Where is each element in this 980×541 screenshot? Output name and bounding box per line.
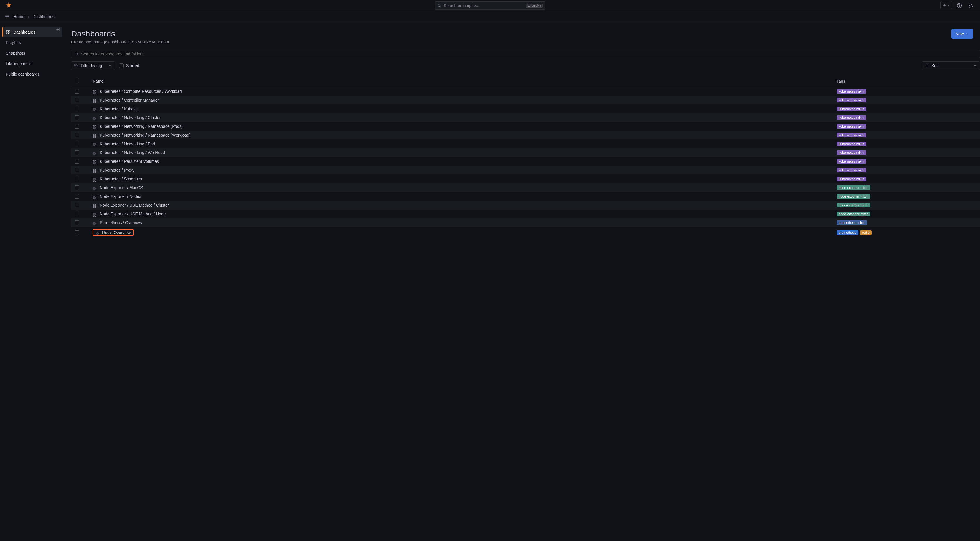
dashboard-link[interactable]: Kubernetes / Kubelet <box>100 107 138 111</box>
dashboard-icon <box>93 203 97 207</box>
new-button[interactable]: New <box>951 29 973 38</box>
sort-icon <box>925 63 929 68</box>
starred-checkbox[interactable] <box>119 63 124 68</box>
row-checkbox[interactable] <box>75 185 79 190</box>
tag-badge[interactable]: kubernetes-mixin <box>837 107 866 111</box>
table-row: Kubernetes / Proxykubernetes-mixin <box>71 166 980 174</box>
grafana-logo-icon[interactable] <box>5 2 13 10</box>
svg-point-20 <box>75 65 76 65</box>
svg-rect-56 <box>93 163 94 164</box>
sidebar-item-dashboards[interactable]: Dashboards <box>2 27 62 37</box>
dashboard-icon <box>93 212 97 216</box>
row-checkbox[interactable] <box>75 168 79 172</box>
tag-badge[interactable]: kubernetes-mixin <box>837 133 866 137</box>
menu-toggle-icon[interactable] <box>5 14 10 19</box>
dashboard-link[interactable]: Kubernetes / Proxy <box>100 168 134 172</box>
dashboard-search[interactable] <box>71 49 980 58</box>
sort-select[interactable]: Sort <box>922 61 980 70</box>
svg-rect-27 <box>95 101 96 102</box>
dashboard-link[interactable]: Kubernetes / Compute Resources / Workloa… <box>100 89 181 94</box>
svg-rect-37 <box>93 126 94 127</box>
row-checkbox[interactable] <box>75 107 79 111</box>
tag-badge[interactable]: kubernetes-mixin <box>837 150 866 155</box>
svg-rect-58 <box>95 169 96 171</box>
svg-rect-26 <box>95 99 96 101</box>
tag-badge[interactable]: redis <box>860 230 872 235</box>
sidebar-item-public-dashboards[interactable]: Public dashboards <box>2 69 62 79</box>
row-checkbox[interactable] <box>75 115 79 120</box>
news-icon[interactable] <box>967 1 975 10</box>
breadcrumb-home[interactable]: Home <box>13 14 24 19</box>
svg-line-2 <box>440 6 441 7</box>
sidebar-item-label: Public dashboards <box>6 72 39 77</box>
dashboard-link[interactable]: Prometheus / Overview <box>100 220 142 225</box>
tag-badge[interactable]: node-exporter-mixin <box>837 185 870 190</box>
tag-badge[interactable]: kubernetes-mixin <box>837 98 866 102</box>
dashboard-link[interactable]: Kubernetes / Networking / Workload <box>100 150 165 155</box>
starred-filter[interactable]: Starred <box>119 63 139 68</box>
table-row: Node Exporter / MacOSnode-exporter-mixin <box>71 183 980 192</box>
add-menu-button[interactable] <box>940 1 952 10</box>
select-all-checkbox[interactable] <box>75 78 79 83</box>
sidebar-item-snapshots[interactable]: Snapshots <box>2 48 62 58</box>
svg-point-18 <box>75 53 78 55</box>
tag-badge[interactable]: prometheus-mixin <box>837 220 867 225</box>
tag-badge[interactable]: kubernetes-mixin <box>837 177 866 181</box>
search-icon <box>437 3 441 8</box>
row-checkbox[interactable] <box>75 142 79 146</box>
dashboard-link[interactable]: Kubernetes / Persistent Volumes <box>100 159 159 164</box>
row-checkbox[interactable] <box>75 230 79 235</box>
tag-badge[interactable]: prometheus <box>837 230 858 235</box>
dashboard-link[interactable]: Node Exporter / USE Method / Node <box>100 212 165 216</box>
svg-rect-30 <box>95 108 96 109</box>
svg-rect-73 <box>93 204 94 206</box>
sidebar-collapse-icon[interactable] <box>56 27 60 32</box>
row-checkbox[interactable] <box>75 124 79 129</box>
column-header-tags[interactable]: Tags <box>837 79 977 83</box>
row-checkbox[interactable] <box>75 89 79 94</box>
column-header-name[interactable]: Name <box>84 79 837 83</box>
dashboard-icon <box>6 30 11 34</box>
filter-by-tag-select[interactable]: Filter by tag <box>71 61 115 70</box>
sidebar-item-playlists[interactable]: Playlists <box>2 37 62 48</box>
tag-badge[interactable]: node-exporter-mixin <box>837 212 870 216</box>
global-search[interactable]: Search or jump to... cmd+k <box>434 2 546 10</box>
row-checkbox[interactable] <box>75 159 79 164</box>
dashboard-link[interactable]: Node Exporter / MacOS <box>100 185 143 190</box>
dashboard-search-input[interactable] <box>81 52 977 56</box>
svg-rect-60 <box>93 171 94 172</box>
svg-rect-68 <box>93 189 94 190</box>
tag-badge[interactable]: kubernetes-mixin <box>837 124 866 129</box>
row-checkbox[interactable] <box>75 98 79 102</box>
row-checkbox[interactable] <box>75 220 79 225</box>
dashboard-link[interactable]: Kubernetes / Controller Manager <box>100 98 159 102</box>
tag-badge[interactable]: kubernetes-mixin <box>837 89 866 94</box>
row-checkbox[interactable] <box>75 177 79 181</box>
svg-rect-79 <box>95 215 96 216</box>
tag-badge[interactable]: node-exporter-mixin <box>837 194 870 199</box>
dashboard-link[interactable]: Node Exporter / Nodes <box>100 194 141 199</box>
dashboard-link[interactable]: Kubernetes / Networking / Pod <box>100 142 155 146</box>
row-checkbox[interactable] <box>75 133 79 137</box>
global-search-placeholder: Search or jump to... <box>444 3 479 8</box>
tag-badge[interactable]: kubernetes-mixin <box>837 115 866 120</box>
row-checkbox[interactable] <box>75 212 79 216</box>
tag-badge[interactable]: node-exporter-mixin <box>837 203 870 207</box>
svg-rect-74 <box>95 204 96 206</box>
row-checkbox[interactable] <box>75 194 79 199</box>
dashboard-link[interactable]: Kubernetes / Networking / Cluster <box>100 115 161 120</box>
sidebar-item-library-panels[interactable]: Library panels <box>2 58 62 69</box>
dashboard-link[interactable]: Kubernetes / Networking / Namespace (Pod… <box>100 124 183 129</box>
dashboard-link[interactable]: Kubernetes / Networking / Namespace (Wor… <box>100 133 191 137</box>
dashboard-link[interactable]: Node Exporter / USE Method / Cluster <box>100 203 169 207</box>
row-checkbox[interactable] <box>75 203 79 207</box>
dashboard-icon <box>93 107 97 111</box>
dashboard-link[interactable]: Redis Overview <box>93 229 134 236</box>
row-checkbox[interactable] <box>75 150 79 155</box>
help-icon[interactable] <box>955 1 964 10</box>
tag-badge[interactable]: kubernetes-mixin <box>837 142 866 146</box>
dashboard-link[interactable]: Kubernetes / Scheduler <box>100 177 142 181</box>
dashboard-icon <box>93 89 97 93</box>
tag-badge[interactable]: kubernetes-mixin <box>837 159 866 164</box>
tag-badge[interactable]: kubernetes-mixin <box>837 168 866 172</box>
